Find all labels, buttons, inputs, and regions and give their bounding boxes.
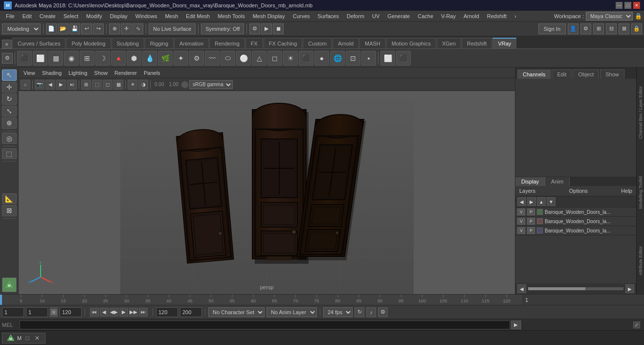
shelf-settings-button[interactable]: ≡ [2,40,12,48]
shelf-icon-5[interactable]: ⊞ [80,51,94,66]
vp-menu-panels[interactable]: Panels [141,69,163,77]
symmetry-button[interactable]: Symmetry: Off [201,23,244,34]
display-tab[interactable]: Display [515,177,545,186]
tab-sculpting[interactable]: Sculpting [111,38,144,48]
mel-input[interactable] [20,321,510,329]
shelf-icon-17[interactable]: ◻ [267,51,282,66]
mel-run-button[interactable]: ▶ [511,321,521,329]
timeline-ruler[interactable]: 5 10 15 20 25 30 35 40 45 50 5 [0,295,523,305]
universal-manip-button[interactable]: ⊕ [2,117,17,129]
maya-logo-button[interactable]: M [2,277,17,292]
tab-xgen[interactable]: XGen [437,38,461,48]
taskbar-close-button[interactable]: ✕ [33,334,41,342]
menu-windows[interactable]: Windows [132,12,161,20]
shelf-icon-8[interactable]: ⬢ [127,51,141,66]
shelf-icon-11[interactable]: ✦ [174,51,188,66]
shelf-icon-20[interactable]: ● [314,51,329,66]
shelf-icon-7[interactable]: 🔺 [111,51,126,66]
tab-show[interactable]: Show [600,69,624,79]
save-file-button[interactable]: 💾 [69,23,80,34]
menu-vray[interactable]: V-Ray [437,12,460,20]
workspace-dropdown[interactable]: Maya Classic [586,12,633,21]
tab-channels[interactable]: Channels [517,69,551,79]
play-back-button[interactable]: ◀▶ [110,308,118,317]
scale-tool-button[interactable]: ⤡ [2,106,17,117]
tab-curves-surfaces[interactable]: Curves / Surfaces [12,38,66,48]
layers-scroll-left[interactable]: ◀ [517,284,526,293]
layout-button[interactable]: ⊞ [593,23,604,34]
menu-curves[interactable]: Curves [289,12,314,20]
vp-wireframe-button[interactable]: ⬚ [92,80,102,90]
layers-help[interactable]: Help [621,188,632,194]
tab-arnold[interactable]: Arnold [333,38,359,48]
tab-rigging[interactable]: Rigging [145,38,174,48]
settings-button[interactable]: ⚙ [580,23,591,34]
tab-fx[interactable]: FX [245,38,263,48]
tab-poly-modeling[interactable]: Poly Modeling [66,38,111,48]
tab-animation[interactable]: Animation [174,38,209,48]
menu-create[interactable]: Create [36,12,60,20]
shelf-icon-16[interactable]: △ [252,51,266,66]
shelf-icon-19[interactable]: ⬛ [299,51,313,66]
tab-vray[interactable]: VRay [492,38,516,48]
redo-button[interactable]: ↪ [93,23,104,34]
select-tool-button[interactable]: ⊕ [109,23,120,34]
menu-edit[interactable]: Edit [19,12,36,20]
menu-surfaces[interactable]: Surfaces [314,12,343,20]
layers-label[interactable]: Layers [519,188,535,194]
shelf-icon-6[interactable]: ☽ [95,51,110,66]
lock-settings-button[interactable]: 🔒 [631,23,642,34]
render-button[interactable]: ▶ [261,23,272,34]
cycle-button[interactable]: ↻ [355,307,364,317]
select-mode-button[interactable]: ↖ [2,69,17,81]
play-forward-button[interactable]: ▶ [119,308,128,317]
shelf-icon-2[interactable]: ⬜ [33,51,47,66]
taskbar-app-button[interactable]: M M □ ✕ [2,333,45,344]
shelf-icon-10[interactable]: 🌿 [158,51,173,66]
shelf-icon-21[interactable]: 🌐 [330,51,345,66]
vp-smooth-button[interactable]: ◻ [103,80,112,90]
layer-v-1[interactable]: V [517,208,525,215]
menu-modify[interactable]: Modify [82,12,106,20]
layer-v-3[interactable]: V [517,227,525,234]
shelf-icon-18[interactable]: ☀ [283,51,298,66]
vp-next-frame-button[interactable]: ▶ [56,80,66,90]
shelf-icon-24[interactable]: ⬜ [380,51,395,66]
layer-down-btn[interactable]: ▼ [547,197,555,206]
user-prefs-button[interactable]: 👤 [568,23,578,34]
menu-display[interactable]: Display [106,12,132,20]
fps-dropdown[interactable]: 24 fps [323,307,353,317]
current-frame-field[interactable] [26,307,48,317]
shelf-icon-23[interactable]: ▪ [361,51,376,66]
menu-arnold[interactable]: Arnold [460,12,483,20]
step-forward-button[interactable]: ▶▶ [129,308,138,317]
anim-layer-dropdown[interactable]: No Anim Layer [266,307,317,317]
edge-channel-box-label[interactable]: Channel Box / Layer Editor [638,84,643,141]
vp-prev-frame-button[interactable]: ◀ [45,80,55,90]
menu-mesh[interactable]: Mesh [161,12,182,20]
layout2-button[interactable]: ⊟ [606,23,617,34]
close-button[interactable]: ✕ [633,2,640,9]
shelf-icon-3[interactable]: ▦ [48,51,63,66]
menu-cache[interactable]: Cache [414,12,437,20]
shelf-icon-15[interactable]: ⚪ [236,51,251,66]
viewport-3d[interactable]: X Y Z persp [19,91,515,294]
shelf-icon-1[interactable]: ⬛ [17,51,32,66]
undo-button[interactable]: ↩ [81,23,92,34]
ipr-button[interactable]: ◼ [273,23,284,34]
move-tool-button[interactable]: ✛ [121,23,132,34]
rotate-tool-button[interactable]: ↻ [2,93,17,105]
minimize-button[interactable]: — [616,2,622,9]
vp-menu-shading[interactable]: Shading [39,69,65,77]
tab-edit[interactable]: Edit [552,69,572,79]
tab-mash[interactable]: MASH [359,38,386,48]
menu-edit-mesh[interactable]: Edit Mesh [182,12,214,20]
gamma-select[interactable]: sRGB gamma [189,80,233,89]
tab-custom[interactable]: Custom [303,38,332,48]
step-back-button[interactable]: ◀ [100,308,109,317]
anim-prefs-button[interactable]: ⚙ [378,307,388,317]
vp-menu-view[interactable]: View [21,69,38,77]
vp-menu-show[interactable]: Show [91,69,111,77]
shelf-settings-gear[interactable]: ⚙ [2,53,13,64]
taskbar-restore-button[interactable]: □ [23,334,31,342]
